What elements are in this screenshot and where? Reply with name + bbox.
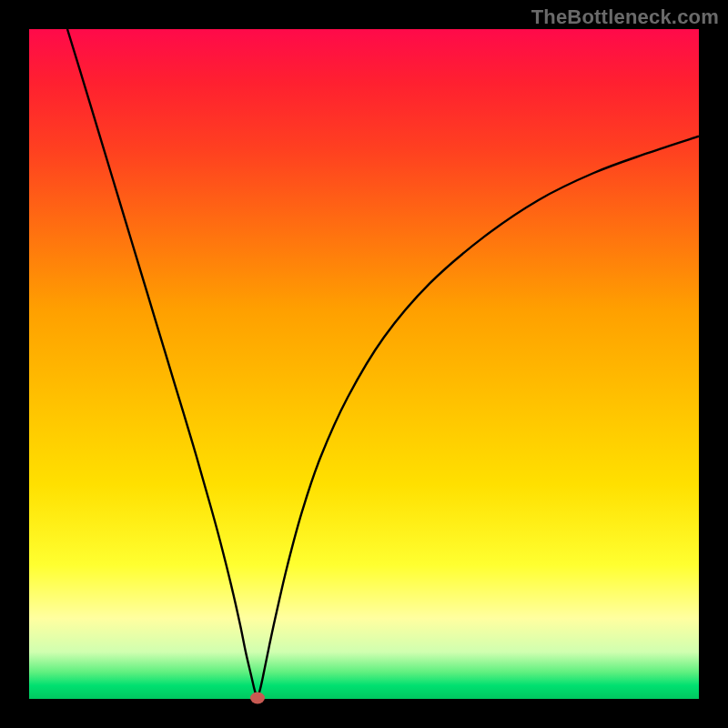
optimum-marker [250,692,265,703]
curve-right-branch [258,136,699,698]
chart-frame: TheBottleneck.com [0,0,728,728]
watermark-label: TheBottleneck.com [531,5,719,29]
curve-left-branch [67,29,258,698]
plot-area [29,29,699,699]
bottleneck-curve [29,29,699,699]
